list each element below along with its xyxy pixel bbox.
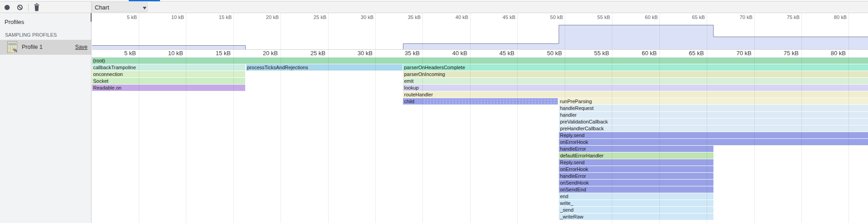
svg-text:%: % (13, 48, 17, 53)
